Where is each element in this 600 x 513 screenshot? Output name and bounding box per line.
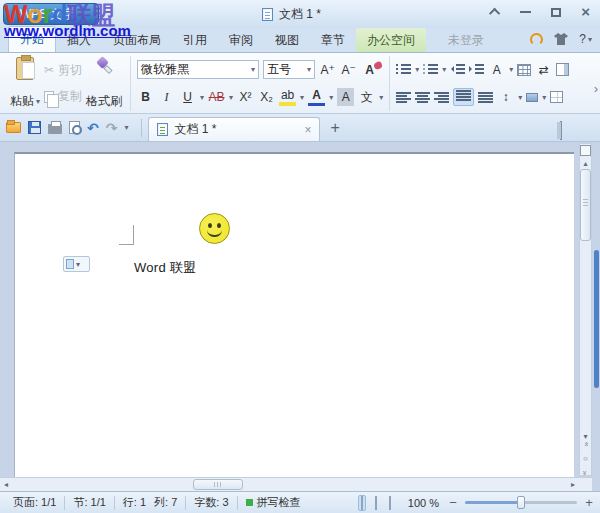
tab-page-layout[interactable]: 页面布局 bbox=[102, 28, 172, 53]
feedback-icon[interactable] bbox=[530, 33, 543, 46]
browse-object-icon[interactable]: ○ bbox=[580, 453, 591, 464]
chevron-down-icon[interactable]: ▾ bbox=[124, 123, 128, 132]
zoom-slider-thumb[interactable] bbox=[517, 496, 525, 509]
scroll-left-icon[interactable]: ◂ bbox=[0, 479, 12, 490]
task-pane-icon[interactable] bbox=[556, 63, 569, 76]
chevron-down-icon[interactable]: ▾ bbox=[542, 93, 546, 102]
page-indicator[interactable]: 页面: 1/1 bbox=[5, 496, 65, 510]
smiley-face-shape[interactable] bbox=[199, 213, 230, 244]
paste-options-button[interactable]: ▾ bbox=[63, 256, 90, 272]
close-icon[interactable]: × bbox=[581, 7, 590, 17]
bullet-list-icon[interactable] bbox=[396, 64, 411, 75]
document-tab[interactable]: 文档 1 * × bbox=[148, 117, 320, 141]
next-page-icon[interactable]: « bbox=[580, 464, 591, 475]
new-tab-button[interactable]: + bbox=[330, 119, 339, 137]
tab-references[interactable]: 引用 bbox=[172, 28, 218, 53]
collapse-ribbon-icon[interactable] bbox=[489, 8, 500, 19]
chevron-down-icon[interactable]: ▾ bbox=[300, 93, 304, 102]
print-preview-icon[interactable] bbox=[69, 121, 80, 134]
italic-button[interactable]: I bbox=[158, 88, 175, 106]
scroll-up-icon[interactable]: ▴ bbox=[580, 158, 591, 169]
horizontal-scroll-thumb[interactable] bbox=[193, 479, 243, 490]
tab-section[interactable]: 章节 bbox=[310, 28, 356, 53]
shrink-font-button[interactable]: A⁻ bbox=[340, 61, 357, 79]
tab-home[interactable]: 开始 bbox=[8, 26, 56, 54]
format-painter-button[interactable]: 格式刷 bbox=[84, 56, 124, 111]
vertical-scrollbar[interactable]: ▴ ▾ « ○ « bbox=[579, 143, 592, 476]
section-indicator[interactable]: 节: 1/1 bbox=[65, 496, 114, 510]
chevron-down-icon[interactable]: ▾ bbox=[200, 93, 204, 102]
borders-icon[interactable] bbox=[550, 91, 563, 103]
insert-table-icon[interactable] bbox=[517, 64, 531, 76]
clear-format-button[interactable]: A bbox=[361, 61, 378, 79]
chevron-down-icon[interactable]: ▾ bbox=[509, 65, 513, 74]
vertical-scroll-thumb[interactable] bbox=[580, 169, 591, 241]
horizontal-scrollbar[interactable]: ◂ ▸ bbox=[0, 477, 579, 491]
align-left-icon[interactable] bbox=[396, 92, 411, 103]
tab-insert[interactable]: 插入 bbox=[56, 28, 102, 53]
minimize-icon[interactable] bbox=[520, 11, 531, 13]
increase-indent-icon[interactable] bbox=[469, 64, 484, 75]
scroll-right-icon[interactable]: ▸ bbox=[567, 479, 579, 490]
tab-view[interactable]: 视图 bbox=[264, 28, 310, 53]
change-case-button[interactable]: A bbox=[488, 61, 505, 79]
font-family-select[interactable]: 微软雅黑 ▾ bbox=[137, 60, 259, 79]
document-text[interactable]: Word 联盟 bbox=[134, 259, 197, 277]
undo-icon[interactable]: ↶ bbox=[87, 120, 99, 136]
close-tab-icon[interactable]: × bbox=[304, 123, 311, 137]
spell-check-indicator[interactable]: 拼写检查 bbox=[238, 495, 309, 510]
shading-fill-icon[interactable] bbox=[526, 93, 538, 102]
chevron-down-icon[interactable]: ▾ bbox=[329, 93, 333, 102]
open-file-icon[interactable] bbox=[6, 122, 21, 133]
side-panel-handle[interactable] bbox=[594, 250, 599, 388]
more-tools-chevron[interactable]: › bbox=[594, 81, 598, 96]
subscript-button[interactable]: X₂ bbox=[258, 88, 275, 106]
highlight-color-button[interactable]: ab bbox=[279, 88, 296, 106]
chevron-down-icon[interactable]: ▾ bbox=[442, 65, 446, 74]
redo-icon[interactable]: ↷ bbox=[106, 120, 118, 136]
previous-page-icon[interactable]: « bbox=[580, 442, 591, 453]
skin-icon[interactable] bbox=[554, 33, 568, 45]
underline-button[interactable]: U bbox=[179, 88, 196, 106]
text-direction-icon[interactable]: ⇄ bbox=[535, 61, 552, 79]
scroll-down-icon[interactable]: ▾ bbox=[580, 431, 591, 442]
zoom-slider[interactable] bbox=[465, 501, 577, 504]
save-icon[interactable] bbox=[28, 121, 41, 134]
login-status[interactable]: 未登录 bbox=[442, 28, 490, 53]
web-layout-view-button[interactable] bbox=[386, 495, 394, 511]
font-size-select[interactable]: 五号 ▾ bbox=[263, 60, 315, 79]
paste-button[interactable]: 粘贴▾ bbox=[8, 56, 42, 111]
word-count-indicator[interactable]: 字数: 3 bbox=[186, 496, 237, 510]
pinyin-button[interactable]: 文 bbox=[358, 88, 375, 106]
task-pane-toggle-icon[interactable] bbox=[560, 122, 562, 140]
strikethrough-button[interactable]: AB bbox=[208, 88, 225, 106]
chevron-down-icon[interactable]: ▾ bbox=[518, 93, 522, 102]
help-button[interactable]: ? ▾ bbox=[579, 32, 592, 46]
align-center-icon[interactable] bbox=[415, 92, 430, 103]
ruler-toggle-icon[interactable] bbox=[580, 145, 591, 156]
document-page[interactable]: ▾ Word 联盟 bbox=[14, 152, 574, 477]
decrease-indent-icon[interactable] bbox=[450, 64, 465, 75]
wps-menu-button[interactable]: WPS 文字 ▾ bbox=[3, 3, 99, 25]
page-view-button[interactable] bbox=[358, 495, 366, 511]
superscript-button[interactable]: X² bbox=[237, 88, 254, 106]
tab-review[interactable]: 审阅 bbox=[218, 28, 264, 53]
cut-button[interactable]: ✂ 剪切 bbox=[44, 61, 82, 79]
maximize-icon[interactable] bbox=[551, 8, 561, 17]
chevron-down-icon[interactable]: ▾ bbox=[229, 93, 233, 102]
font-color-button[interactable]: A bbox=[308, 88, 325, 106]
print-icon[interactable] bbox=[48, 124, 62, 134]
outline-view-button[interactable] bbox=[372, 495, 380, 511]
bold-button[interactable]: B bbox=[137, 88, 154, 106]
numbered-list-icon[interactable] bbox=[423, 64, 438, 75]
chevron-down-icon[interactable]: ▾ bbox=[379, 93, 383, 102]
copy-button[interactable]: 复制 bbox=[44, 88, 82, 106]
chevron-down-icon[interactable]: ▾ bbox=[415, 65, 419, 74]
align-right-icon[interactable] bbox=[434, 92, 449, 103]
zoom-out-button[interactable]: − bbox=[447, 495, 459, 510]
align-justify-button[interactable] bbox=[453, 88, 474, 106]
grow-font-button[interactable]: A⁺ bbox=[319, 61, 336, 79]
char-shading-button[interactable]: A bbox=[337, 88, 354, 106]
zoom-in-button[interactable]: + bbox=[583, 495, 595, 510]
line-column-indicator[interactable]: 行: 1 列: 7 bbox=[115, 496, 186, 510]
